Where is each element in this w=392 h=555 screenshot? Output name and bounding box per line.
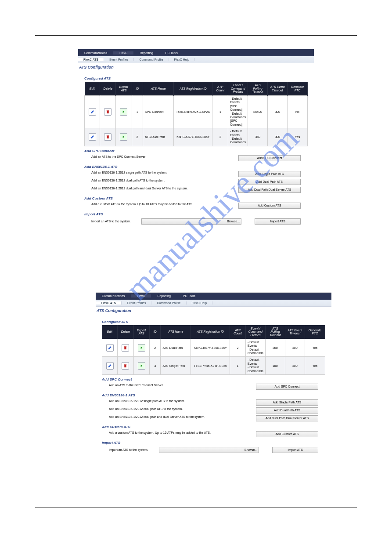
file-input[interactable]: Browse... bbox=[141, 218, 241, 225]
svg-rect-2 bbox=[107, 136, 109, 138]
subtab-flexc-help[interactable]: FlexC Help bbox=[169, 58, 195, 61]
tab-communications[interactable]: Communications bbox=[78, 51, 113, 54]
export-icon[interactable] bbox=[120, 133, 127, 141]
section-spc: Add SPC Connect bbox=[96, 375, 331, 383]
section-en: Add EN50136-1 ATS bbox=[78, 162, 314, 170]
subtab-command-profile[interactable]: Command Profile bbox=[134, 58, 169, 61]
en-dual-desc: Add an EN50136-1:2012 dual path ATS to t… bbox=[91, 179, 238, 182]
spc-desc: Add an ATS to the SPC Connect Server bbox=[91, 155, 238, 158]
section-import: Import ATS bbox=[96, 438, 331, 446]
add-dual-path-button[interactable]: Add Dual Path ATS bbox=[238, 179, 301, 185]
delete-icon[interactable] bbox=[104, 133, 111, 141]
en-dual-server-desc: Add an EN50136-1:2012 dual path and dual… bbox=[91, 187, 238, 190]
add-custom-button[interactable]: Add Custom ATS bbox=[238, 203, 301, 209]
spc-desc: Add an ATS to the SPC Connect Server bbox=[109, 384, 256, 387]
screenshot-2: Communications FlexC Reporting PC Tools … bbox=[96, 292, 331, 455]
ats-reg: T578-G5R9-92XG-SP2G bbox=[174, 96, 212, 128]
main-nav: Communications FlexC Reporting PC Tools bbox=[78, 49, 314, 56]
custom-desc: Add a custom ATS to the system. Up to 10… bbox=[109, 431, 256, 434]
configured-ats-table: Edit Delete Export ATS ID ATS Name ATS R… bbox=[84, 82, 308, 146]
export-icon[interactable] bbox=[138, 344, 145, 352]
add-dual-server-button[interactable]: Add Dual Path Dual Server ATS bbox=[238, 187, 301, 193]
add-spc-button[interactable]: Add SPC Connect bbox=[256, 384, 318, 390]
import-desc: Import an ATS to the system. bbox=[109, 448, 157, 451]
svg-rect-1 bbox=[107, 110, 109, 111]
section-configured: Configured ATS bbox=[78, 74, 314, 82]
add-dual-path-button[interactable]: Add Dual Path ATS bbox=[256, 407, 318, 414]
tab-communications[interactable]: Communications bbox=[96, 294, 131, 297]
section-en: Add EN50136-1 ATS bbox=[96, 391, 331, 399]
tab-pctools[interactable]: PC Tools bbox=[159, 51, 184, 54]
en-single-desc: Add an EN50136-1:2012 single path ATS to… bbox=[109, 399, 256, 403]
file-input[interactable]: Browse... bbox=[159, 447, 259, 453]
section-import: Import ATS bbox=[78, 210, 314, 218]
section-spc: Add SPC Connect bbox=[78, 146, 314, 154]
add-dual-server-button[interactable]: Add Dual Path Dual Server ATS bbox=[256, 415, 318, 421]
sub-nav: FlexC ATS Event Profiles Command Profile… bbox=[78, 56, 314, 63]
ats-reg: K6PG-KS7Y-T866-385Y bbox=[191, 339, 230, 357]
ats-reg: K6PG-KS7Y-T866-385Y bbox=[174, 128, 212, 146]
svg-rect-6 bbox=[125, 365, 127, 367]
table-row: 3 ATS Single Path TTS9-7Y45-X2YP-SS56 1 … bbox=[102, 357, 325, 375]
ats-name: ATS Dual Path bbox=[161, 339, 191, 357]
tab-reporting[interactable]: Reporting bbox=[151, 294, 176, 297]
tab-flexc[interactable]: FlexC bbox=[131, 294, 151, 297]
page-title: ATS Configuration bbox=[96, 307, 331, 317]
add-spc-button[interactable]: Add SPC Connect bbox=[238, 155, 301, 161]
edit-icon[interactable] bbox=[89, 133, 96, 141]
section-custom: Add Custom ATS bbox=[78, 194, 314, 202]
table-row: 1 SPC Connect T578-G5R9-92XG-SP2G 1 - De… bbox=[85, 96, 308, 128]
sub-nav: FlexC ATS Event Profiles Command Profile… bbox=[96, 300, 331, 307]
ats-name: ATS Single Path bbox=[161, 357, 191, 375]
svg-rect-7 bbox=[124, 364, 126, 365]
delete-icon[interactable] bbox=[104, 108, 111, 116]
import-button[interactable]: Import ATS bbox=[272, 447, 318, 453]
svg-rect-0 bbox=[107, 111, 109, 113]
edit-icon[interactable] bbox=[106, 344, 114, 352]
en-dual-server-desc: Add an EN50136-1:2012 dual path and dual… bbox=[109, 415, 256, 418]
ats-name: SPC Connect bbox=[143, 96, 173, 128]
delete-icon[interactable] bbox=[122, 344, 129, 352]
import-button[interactable]: Import ATS bbox=[255, 218, 301, 225]
table-row: 2 ATS Dual Path K6PG-KS7Y-T866-385Y 2 - … bbox=[102, 339, 325, 357]
ats-reg: TTS9-7Y45-X2YP-SS56 bbox=[191, 357, 230, 375]
tab-flexc[interactable]: FlexC bbox=[113, 51, 133, 54]
en-dual-desc: Add an EN50136-1:2012 dual path ATS to t… bbox=[109, 407, 256, 410]
delete-icon[interactable] bbox=[122, 362, 129, 370]
subtab-flexc-help[interactable]: FlexC Help bbox=[187, 301, 213, 305]
subtab-event-profiles[interactable]: Event Profiles bbox=[104, 58, 134, 61]
subtab-flexc-ats[interactable]: FlexC ATS bbox=[78, 58, 104, 61]
section-configured: Configured ATS bbox=[96, 317, 331, 325]
edit-icon[interactable] bbox=[89, 108, 96, 116]
subtab-flexc-ats[interactable]: FlexC ATS bbox=[96, 301, 122, 305]
section-custom: Add Custom ATS bbox=[96, 422, 331, 430]
import-desc: Import an ATS to the system. bbox=[91, 220, 140, 223]
table-row: 2 ATS Dual Path K6PG-KS7Y-T866-385Y 2 - … bbox=[85, 128, 308, 146]
export-icon[interactable] bbox=[120, 108, 127, 116]
add-custom-button[interactable]: Add Custom ATS bbox=[256, 431, 318, 437]
subtab-command-profile[interactable]: Command Profile bbox=[151, 301, 186, 305]
en-single-desc: Add an EN50136-1:2012 single path ATS to… bbox=[91, 171, 238, 174]
page-title: ATS Configuration bbox=[78, 63, 314, 74]
add-single-path-button[interactable]: Add Single Path ATS bbox=[238, 171, 301, 177]
screenshot-1: Communications FlexC Reporting PC Tools … bbox=[78, 49, 314, 226]
svg-rect-4 bbox=[125, 347, 127, 349]
add-single-path-button[interactable]: Add Single Path ATS bbox=[256, 399, 318, 406]
tab-pctools[interactable]: PC Tools bbox=[177, 294, 201, 297]
configured-ats-table: Edit Delete Export ATS ID ATS Name ATS R… bbox=[102, 325, 325, 375]
ats-name: ATS Dual Path bbox=[143, 128, 173, 146]
tab-reporting[interactable]: Reporting bbox=[133, 51, 159, 54]
custom-desc: Add a custom ATS to the system. Up to 10… bbox=[91, 203, 238, 206]
edit-icon[interactable] bbox=[106, 362, 114, 370]
svg-rect-3 bbox=[107, 136, 109, 136]
subtab-event-profiles[interactable]: Event Profiles bbox=[122, 301, 151, 305]
main-nav: Communications FlexC Reporting PC Tools bbox=[96, 293, 331, 300]
svg-rect-5 bbox=[124, 346, 126, 347]
export-icon[interactable] bbox=[138, 362, 145, 370]
